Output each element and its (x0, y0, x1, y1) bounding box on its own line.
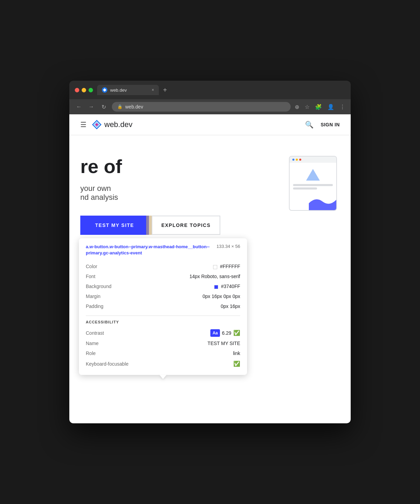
name-value: TEST MY SITE (134, 339, 240, 348)
mockup-bar (290, 157, 336, 163)
maximize-traffic-light[interactable] (89, 88, 93, 92)
lock-icon: 🔒 (117, 104, 122, 109)
site-logo[interactable]: web.dev (92, 120, 132, 129)
inspector-accessibility-table: Contrast Aa 6.29 ✅ Name TEST (86, 328, 240, 369)
keyboard-check-icon: ✅ (233, 361, 240, 367)
inspector-color-row: Color #FFFFFF (86, 262, 240, 272)
close-traffic-light[interactable] (75, 88, 79, 92)
extensions-icon[interactable]: 🧩 (315, 104, 322, 110)
inspector-role-row: Role link (86, 348, 240, 358)
tab-close-button[interactable]: × (152, 88, 154, 92)
keyboard-value: ✅ (134, 358, 240, 369)
mockup-dot-2 (296, 159, 298, 161)
inspector-contrast-row: Contrast Aa 6.29 ✅ (86, 328, 240, 339)
background-swatch-icon (214, 285, 218, 289)
forward-button[interactable]: → (87, 104, 95, 110)
mockup-dot-3 (299, 159, 301, 161)
keyboard-label: Keyboard-focusable (86, 358, 134, 369)
new-tab-button[interactable]: + (163, 86, 167, 94)
site-header-right: 🔍 SIGN IN (305, 121, 340, 129)
hero-buttons: TEST MY SITE EXPLORE TOPICS (80, 216, 340, 235)
mockup-triangle-icon (306, 169, 320, 181)
browser-tab[interactable]: web.dev × (97, 85, 159, 95)
padding-label: Padding (86, 301, 134, 311)
mockup-content (290, 163, 336, 193)
bookmark-icon[interactable]: ☆ (305, 104, 310, 110)
color-swatch-icon (213, 265, 217, 269)
inspector-divider (86, 316, 240, 316)
tab-title: web.dev (110, 88, 149, 93)
tab-favicon (102, 87, 107, 93)
hamburger-menu-icon[interactable]: ☰ (80, 121, 86, 129)
accessibility-section-label: ACCESSIBILITY (86, 320, 119, 324)
inspector-background-row: Background #3740FF (86, 282, 240, 291)
minimize-traffic-light[interactable] (82, 88, 86, 92)
contrast-value: Aa 6.29 ✅ (134, 328, 240, 339)
color-value: #FFFFFF (134, 262, 240, 272)
contrast-badge: Aa 6.29 ✅ (210, 329, 240, 337)
address-text: web.dev (125, 104, 143, 110)
reload-button[interactable]: ↻ (100, 104, 108, 110)
background-label: Background (86, 282, 134, 291)
page-content: ☰ web.dev 🔍 SIGN IN re of your own (69, 114, 351, 423)
contrast-label: Contrast (86, 328, 134, 339)
logo-svg-icon (92, 120, 102, 129)
explore-topics-button[interactable]: EXPLORE TOPICS (152, 216, 220, 235)
mockup-dot-1 (292, 159, 294, 161)
browser-titlebar: web.dev × + (69, 81, 351, 99)
background-value: #3740FF (134, 282, 240, 291)
inspector-margin-row: Margin 0px 16px 0px 0px (86, 291, 240, 301)
browser-mockup-illustration (289, 156, 337, 211)
mockup-lines (293, 184, 333, 190)
inspector-popup: a.w-button.w-button--primary.w-masthead-… (79, 238, 247, 375)
name-label: Name (86, 339, 134, 348)
browser-window: web.dev × + ← → ↻ 🔒 web.dev ⊕ ☆ 🧩 👤 ⋮ ☰ (69, 81, 351, 423)
margin-label: Margin (86, 291, 134, 301)
menu-icon[interactable]: ⋮ (340, 104, 345, 110)
font-label: Font (86, 272, 134, 282)
color-label: Color (86, 262, 134, 272)
inspector-padding-row: Padding 0px 16px (86, 301, 240, 311)
padding-value: 0px 16px (134, 301, 240, 311)
tab-bar: web.dev × + (97, 85, 345, 95)
mockup-wave-icon (309, 190, 336, 210)
inspector-keyboard-row: Keyboard-focusable ✅ (86, 358, 240, 369)
tooltip-arrow-icon (160, 375, 166, 379)
inspector-selector-text: a.w-button.w-button--primary.w-masthead-… (86, 244, 211, 256)
role-value: link (134, 348, 240, 358)
sign-in-button[interactable]: SIGN IN (320, 122, 340, 127)
address-bar[interactable]: 🔒 web.dev (112, 102, 291, 112)
back-button[interactable]: ← (75, 104, 83, 110)
inspector-header: a.w-button.w-button--primary.w-masthead-… (86, 244, 240, 256)
margin-value: 0px 16px 0px 0px (134, 291, 240, 301)
role-label: Role (86, 348, 134, 358)
test-my-site-button[interactable]: TEST MY SITE (80, 216, 149, 235)
browser-navbar: ← → ↻ 🔒 web.dev ⊕ ☆ 🧩 👤 ⋮ (69, 99, 351, 114)
inspector-font-row: Font 14px Roboto, sans-serif (86, 272, 240, 282)
font-value: 14px Roboto, sans-serif (134, 272, 240, 282)
site-header: ☰ web.dev 🔍 SIGN IN (69, 114, 351, 135)
inspector-properties-table: Color #FFFFFF Font 14px Roboto, sans-ser… (86, 262, 240, 311)
hero-area: re of your own nd analysis (69, 135, 351, 249)
zoom-icon[interactable]: ⊕ (295, 104, 299, 110)
search-icon[interactable]: 🔍 (305, 121, 314, 129)
site-name-text: web.dev (104, 120, 132, 129)
inspector-dimensions-text: 133.34 × 56 (217, 244, 240, 249)
contrast-aa-badge-text: Aa (210, 329, 220, 337)
profile-icon[interactable]: 👤 (327, 104, 334, 110)
contrast-check-icon: ✅ (233, 329, 240, 337)
mockup-line-1 (293, 184, 333, 186)
inspector-name-row: Name TEST MY SITE (86, 339, 240, 348)
site-header-left: ☰ web.dev (80, 120, 132, 129)
traffic-lights (75, 88, 93, 92)
nav-actions: ⊕ ☆ 🧩 👤 ⋮ (295, 104, 345, 110)
